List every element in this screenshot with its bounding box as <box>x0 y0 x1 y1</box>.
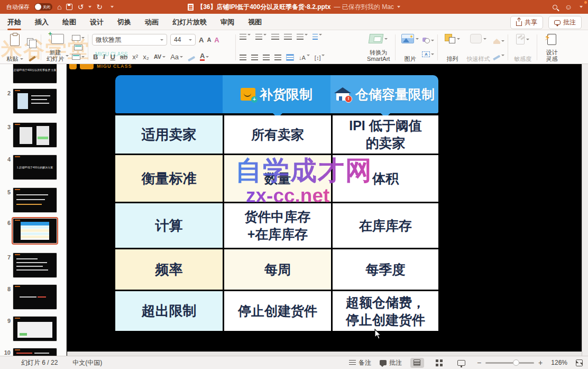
new-slide-button[interactable]: 新建 幻灯片 <box>44 32 71 62</box>
shapes-button[interactable] <box>422 38 434 43</box>
char-spacing-button[interactable]: AV <box>154 53 166 60</box>
align-right-icon[interactable] <box>263 55 270 60</box>
normal-view-button[interactable] <box>410 358 424 368</box>
thumbnail-slide-3[interactable] <box>13 123 57 147</box>
thumbnail-slide-9[interactable] <box>13 317 57 341</box>
highlight-pen-icon[interactable] <box>188 56 195 61</box>
tab-insert[interactable]: 插入 <box>35 14 49 30</box>
font-name-select[interactable]: 微软雅黑 <box>92 34 167 46</box>
font-color-chevron-icon <box>206 56 209 58</box>
strikethrough-button[interactable]: ab <box>120 53 127 61</box>
status-bar: 幻灯片 6 / 22 中文(中国) 备注 批注 − + 126% <box>0 356 588 369</box>
undo-icon[interactable]: ↺ <box>77 3 84 11</box>
copy-button[interactable] <box>27 38 38 46</box>
arrange-button[interactable]: 排列 <box>440 32 464 62</box>
textbox-button[interactable]: A <box>422 51 434 57</box>
tab-view[interactable]: 视图 <box>248 14 262 30</box>
row-cell: IPI 低于阈值 的卖家 <box>333 115 438 154</box>
slideshow-button[interactable] <box>455 358 468 368</box>
sensitivity-button[interactable]: 敏感度 <box>511 32 534 62</box>
pictures-button[interactable]: 图片 <box>398 32 421 62</box>
align-center-icon[interactable] <box>251 55 258 60</box>
tab-home[interactable]: 开始 <box>7 14 21 30</box>
language-indicator[interactable]: 中文(中国) <box>72 358 102 367</box>
slide-canvas[interactable]: MIGU CLASS 补货限制 ! 仓储容量限制 适用卖家 所有卖家 IPI 低… <box>67 64 582 352</box>
zoom-slider-thumb[interactable] <box>513 359 519 366</box>
distribute-icon[interactable] <box>286 54 294 61</box>
account-chevron-icon[interactable] <box>580 6 583 8</box>
align-text-button[interactable]: [↕] <box>315 55 325 61</box>
zoom-out-button[interactable]: − <box>477 358 481 367</box>
tab-transitions[interactable]: 切换 <box>117 14 131 30</box>
tab-animations[interactable]: 动画 <box>145 14 159 30</box>
share-button[interactable]: 共享 <box>510 16 543 29</box>
shape-fill-button[interactable] <box>493 39 504 44</box>
tab-slideshow[interactable]: 幻灯片放映 <box>172 14 207 30</box>
outdent-icon[interactable] <box>271 34 279 40</box>
shape-outline-button[interactable] <box>493 55 504 57</box>
autosave-toggle[interactable]: 关闭 <box>34 3 52 11</box>
thumbnail-slide-1[interactable]: 店铺IPI低于400分以及旺季备货 方案 <box>13 64 57 83</box>
tab-design[interactable]: 设计 <box>90 14 104 30</box>
subscript-button[interactable]: x₂ <box>143 53 149 61</box>
columns-button[interactable] <box>313 34 322 40</box>
grow-font-button[interactable]: A <box>199 36 204 44</box>
autosave-state: 关闭 <box>43 5 50 10</box>
title-chevron-icon[interactable] <box>397 6 400 8</box>
thumbnail-slide-4[interactable]: 1.店铺IPI低于400分的解决方案 <box>13 155 57 179</box>
undo-chevron-icon[interactable] <box>88 6 91 8</box>
vertical-scrollbar[interactable] <box>582 64 588 356</box>
toggle-knob <box>35 4 41 10</box>
zoom-level[interactable]: 126% <box>551 359 567 366</box>
home-icon[interactable]: ⌂ <box>57 3 61 11</box>
account-smiley-icon[interactable]: ☺ <box>565 3 572 11</box>
convert-smartart-button[interactable]: 转换为 SmartArt <box>364 32 392 62</box>
thumb-number-4: 4 <box>2 156 11 163</box>
zoom-slider[interactable] <box>485 362 534 364</box>
search-icon[interactable] <box>553 5 557 10</box>
font-size-select[interactable]: 44 <box>170 34 196 46</box>
line-spacing-button[interactable] <box>297 34 308 40</box>
redo-icon[interactable]: ↻ <box>96 3 103 11</box>
notes-button[interactable]: 备注 <box>349 358 371 367</box>
quick-styles-button[interactable]: 快速样式 <box>464 32 492 62</box>
paste-button[interactable]: 粘贴 <box>3 32 26 62</box>
thumbnail-slide-2[interactable] <box>13 89 57 113</box>
change-case-button[interactable]: Aa <box>170 53 183 61</box>
numbering-button[interactable] <box>255 34 267 40</box>
clear-format-button[interactable]: A <box>214 36 219 44</box>
thumbnail-slide-8[interactable] <box>13 285 57 309</box>
thumbnail-slide-5[interactable] <box>13 188 57 212</box>
format-painter-icon[interactable] <box>29 56 36 62</box>
indent-icon[interactable] <box>284 34 292 40</box>
fit-to-window-button[interactable] <box>576 359 583 366</box>
tab-draw[interactable]: 绘图 <box>62 14 76 30</box>
thumbnail-slide-6-selected[interactable] <box>13 219 57 243</box>
font-color-button[interactable]: A <box>200 53 209 61</box>
slide-sorter-view-button[interactable] <box>433 358 446 368</box>
underline-button[interactable]: U <box>110 53 115 61</box>
text-direction-button[interactable]: ↓A <box>299 55 310 61</box>
design-ideas-button[interactable]: ⚡ 设计 灵感 <box>540 32 563 62</box>
shrink-font-button[interactable]: A <box>207 37 211 43</box>
reset-slide-icon[interactable] <box>74 44 82 50</box>
pictures-chevron-icon <box>416 38 419 40</box>
thumbnail-slide-10[interactable] <box>13 348 57 356</box>
tab-review[interactable]: 审阅 <box>221 14 234 30</box>
superscript-button[interactable]: x² <box>132 53 138 61</box>
bullets-button[interactable] <box>240 34 251 40</box>
italic-button[interactable]: I <box>103 52 105 61</box>
save-status[interactable]: — 已保存到我的 Mac <box>334 3 394 12</box>
zoom-in-button[interactable]: + <box>538 358 543 367</box>
justify-icon[interactable] <box>274 55 281 60</box>
section-button[interactable] <box>72 54 85 60</box>
statusbar-comments-button[interactable]: 批注 <box>380 358 402 367</box>
comments-button[interactable]: 批注 <box>548 16 582 29</box>
quick-access-chevron-icon[interactable] <box>111 6 114 8</box>
thumbnail-slide-7[interactable] <box>13 253 57 277</box>
save-icon[interactable] <box>66 4 72 10</box>
smartart-chevron-icon <box>384 38 388 40</box>
bold-button[interactable]: B <box>93 53 98 61</box>
layout-button[interactable] <box>72 35 85 41</box>
align-left-icon[interactable] <box>240 55 246 60</box>
